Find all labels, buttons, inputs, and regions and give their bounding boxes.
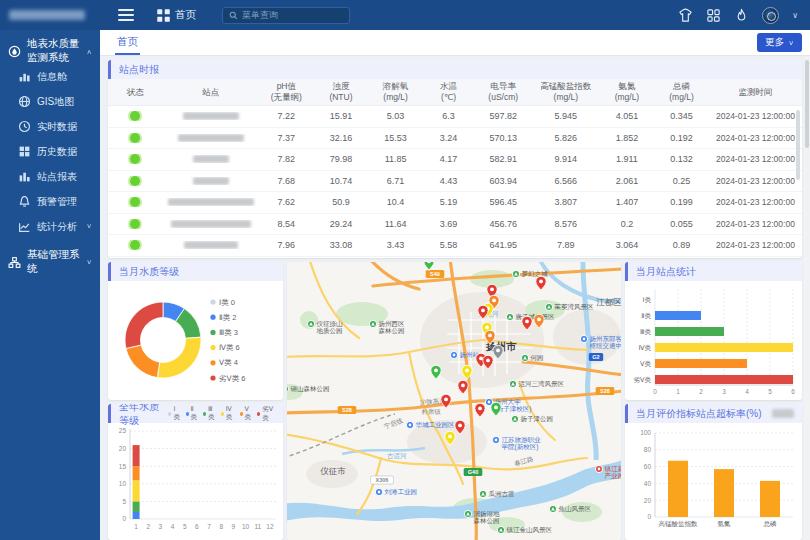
flame-icon[interactable] bbox=[734, 8, 749, 23]
table-row: 7.9633.083.435.58641.957.893.0640.892024… bbox=[108, 235, 802, 257]
svg-text:100: 100 bbox=[640, 429, 651, 436]
svg-text:Ⅲ类 3: Ⅲ类 3 bbox=[219, 328, 238, 337]
sidebar-item-stats[interactable]: 统计分析∨ bbox=[0, 214, 100, 239]
sidebar-item-globe[interactable]: GIS地图 bbox=[0, 89, 100, 114]
svg-text:古运河: 古运河 bbox=[387, 452, 407, 460]
user-avatar[interactable] bbox=[762, 7, 779, 24]
sidebar-item-history[interactable]: 历史数据 bbox=[0, 139, 100, 164]
sidebar-group-water-system[interactable]: 地表水质量监测系统 ∧ bbox=[0, 38, 100, 64]
clock-icon bbox=[18, 120, 31, 133]
stats-icon bbox=[18, 220, 31, 233]
station-name-redacted bbox=[184, 241, 238, 249]
sidebar-group-base-system[interactable]: 基础管理系统 ∨ bbox=[0, 249, 100, 275]
svg-text:茱萸湾风景区: 茱萸湾风景区 bbox=[554, 303, 595, 311]
annual-quality-legend: Ⅰ类Ⅱ类Ⅲ类Ⅳ类Ⅴ类劣Ⅴ类 bbox=[168, 405, 275, 423]
home-nav-label: 首页 bbox=[175, 8, 196, 22]
sidebar-item-label: 站点报表 bbox=[37, 170, 77, 184]
svg-text:0: 0 bbox=[647, 513, 651, 520]
svg-text:S49: S49 bbox=[430, 271, 440, 277]
svg-text:劣Ⅴ类: 劣Ⅴ类 bbox=[634, 376, 652, 384]
sidebar-item-label: 预警管理 bbox=[37, 195, 77, 209]
svg-text:总磷: 总磷 bbox=[763, 520, 778, 527]
svg-text:高锰酸盐指数: 高锰酸盐指数 bbox=[659, 520, 699, 528]
page-scrollbar[interactable] bbox=[804, 56, 810, 540]
table-header-row: 状态站点pH值(无量纲)浊度(NTU)溶解氧(mg/L)水温(℃)电导率(uS/… bbox=[108, 79, 802, 106]
value-cell: 2024-01-23 12:00:00 bbox=[709, 111, 802, 121]
panel-title-monthly-station-stats: 当月站点统计 bbox=[625, 262, 802, 281]
search-input[interactable]: 菜单查询 bbox=[222, 7, 350, 24]
sidebar-item-clock[interactable]: 实时数据 bbox=[0, 114, 100, 139]
dashboard-icon bbox=[18, 70, 31, 83]
value-cell: 10.74 bbox=[314, 176, 369, 186]
dashboard-icon bbox=[18, 70, 31, 83]
monthly-quality-donut-chart: Ⅰ类 0Ⅱ类 2Ⅲ类 3Ⅳ类 6Ⅴ类 4劣Ⅴ类 6 bbox=[108, 281, 283, 400]
alarm-icon bbox=[18, 195, 31, 208]
globe-icon bbox=[18, 95, 31, 108]
svg-text:1: 1 bbox=[134, 523, 138, 530]
chevron-down-icon: ∨ bbox=[788, 39, 794, 46]
report-icon bbox=[18, 170, 31, 183]
sidebar: 地表水质量监测系统 ∧ 信息舱GIS地图实时数据历史数据站点报表预警管理统计分析… bbox=[0, 0, 100, 540]
sidebar-item-alarm[interactable]: 预警管理 bbox=[0, 189, 100, 214]
topbar-home-nav[interactable]: 首页 bbox=[156, 8, 196, 23]
svg-text:0: 0 bbox=[122, 515, 126, 522]
svg-text:瓜洲古渡: 瓜洲古渡 bbox=[489, 490, 516, 498]
value-cell: 4.051 bbox=[600, 111, 655, 121]
table-scrollbar[interactable] bbox=[796, 110, 800, 180]
value-cell: 3.43 bbox=[368, 240, 423, 250]
svg-text:朴席镇: 朴席镇 bbox=[421, 408, 441, 415]
value-cell: 0.89 bbox=[654, 240, 709, 250]
svg-text:10: 10 bbox=[119, 480, 127, 487]
map-panel[interactable]: 沪陕高速宁启线春江路 大运河古运河 S49S28S28G40G2X306 扬州市… bbox=[287, 262, 621, 540]
svg-text:运河三湾风景区: 运河三湾风景区 bbox=[519, 380, 565, 388]
value-cell: 15.91 bbox=[314, 111, 369, 121]
tab-home[interactable]: 首页 bbox=[115, 30, 140, 55]
svg-text:7: 7 bbox=[207, 523, 211, 530]
status-cell bbox=[108, 240, 163, 250]
report-icon bbox=[18, 170, 31, 183]
svg-text:4: 4 bbox=[171, 523, 175, 530]
legend-item: Ⅲ类 bbox=[203, 405, 216, 422]
value-cell: 8.576 bbox=[532, 219, 599, 229]
status-online-dot bbox=[130, 154, 140, 164]
svg-text:2: 2 bbox=[146, 523, 150, 530]
value-cell: 3.807 bbox=[532, 197, 599, 207]
value-cell: 7.62 bbox=[259, 197, 314, 207]
value-cell: 6.3 bbox=[423, 111, 474, 121]
svg-text:80: 80 bbox=[644, 446, 652, 453]
exceedance-bar-chart: 020406080100高锰酸盐指数氨氮总磷 bbox=[625, 423, 802, 540]
sidebar-item-report[interactable]: 站点报表 bbox=[0, 164, 100, 189]
value-cell: 9.914 bbox=[532, 154, 599, 164]
more-button[interactable]: 更多 ∨ bbox=[757, 33, 802, 52]
svg-text:何园: 何园 bbox=[531, 354, 544, 361]
sidebar-item-dashboard[interactable]: 信息舱 bbox=[0, 64, 100, 89]
legend-item: Ⅴ类 bbox=[240, 405, 253, 422]
svg-text:Ⅳ类: Ⅳ类 bbox=[639, 344, 652, 351]
user-menu-chevron-icon[interactable]: ∨ bbox=[792, 11, 798, 20]
station-name-cell bbox=[163, 155, 259, 163]
svg-text:扬州西区森林公园: 扬州西区森林公园 bbox=[379, 320, 406, 334]
column-header: 氨氮(mg/L) bbox=[600, 81, 655, 103]
station-name-redacted bbox=[193, 155, 229, 163]
svg-text:G40: G40 bbox=[468, 469, 478, 475]
annual-quality-panel: 全年水质等级 Ⅰ类Ⅱ类Ⅲ类Ⅳ类Ⅴ类劣Ⅴ类 0510152025123456789… bbox=[108, 404, 283, 540]
column-header: pH值(无量纲) bbox=[259, 81, 314, 103]
svg-text:扬州东部客运枢纽交通中心: 扬州东部客运枢纽交通中心 bbox=[590, 335, 622, 349]
chevron-down-icon: ∨ bbox=[86, 223, 92, 230]
svg-text:劣Ⅴ类 6: 劣Ⅴ类 6 bbox=[219, 374, 245, 383]
layout-dashboard-icon[interactable] bbox=[706, 8, 721, 23]
hamburger-menu-icon[interactable] bbox=[118, 6, 134, 24]
value-cell: 5.19 bbox=[423, 197, 474, 207]
value-cell: 7.68 bbox=[259, 176, 314, 186]
value-cell: 2024-01-23 12:00:00 bbox=[709, 133, 802, 143]
theme-skin-icon[interactable] bbox=[678, 8, 693, 23]
legend-item: 劣Ⅴ类 bbox=[257, 405, 275, 423]
station-name-cell bbox=[163, 112, 259, 120]
value-cell: 11.85 bbox=[368, 154, 423, 164]
water-system-icon bbox=[8, 45, 21, 58]
value-cell: 2.061 bbox=[600, 176, 655, 186]
value-cell: 8.54 bbox=[259, 219, 314, 229]
city-map[interactable]: 沪陕高速宁启线春江路 大运河古运河 S49S28S28G40G2X306 扬州市… bbox=[287, 262, 621, 540]
svg-text:氨氮: 氨氮 bbox=[718, 520, 732, 527]
search-placeholder: 菜单查询 bbox=[242, 9, 278, 22]
